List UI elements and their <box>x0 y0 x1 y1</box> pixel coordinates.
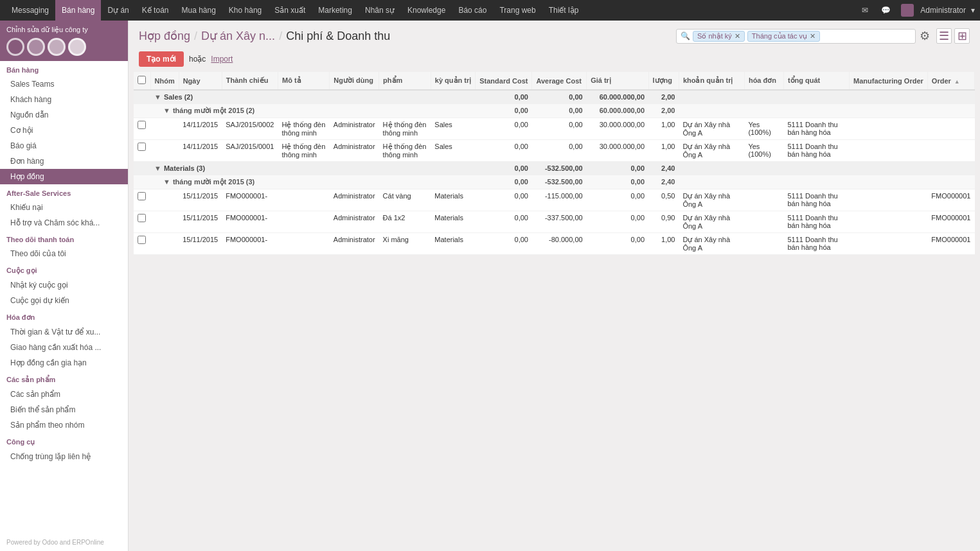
user-avatar <box>901 4 914 17</box>
sidebar-section-san-pham: Các sản phẩm <box>0 371 128 387</box>
top-nav-right: ✉ 💬 Administrator ▾ <box>858 4 975 17</box>
sidebar-item-theo-doi-toi[interactable]: Theo dõi của tôi <box>0 246 128 261</box>
nav-messaging[interactable]: Messaging <box>5 0 55 21</box>
row-checkbox[interactable] <box>138 121 146 129</box>
or-label: hoặc <box>189 55 206 64</box>
view-kanban-icon[interactable]: ⊞ <box>954 28 970 44</box>
col-pham[interactable]: phẩm <box>379 72 431 90</box>
search-options-icon[interactable]: ⚙ <box>920 29 930 43</box>
col-mo-ta[interactable]: Mô tả <box>278 72 329 90</box>
sidebar-item-ho-tro[interactable]: Hỗ trợ và Chăm sóc khá... <box>0 215 128 231</box>
group-row[interactable]: ▼Sales (2) 0,00 0,00 60.000.000,00 2,00 <box>134 90 975 104</box>
user-dropdown-icon[interactable]: ▾ <box>971 6 975 15</box>
subgroup-row[interactable]: ▼tháng mười một 2015 (2) 0,00 0,00 60.00… <box>134 104 975 118</box>
col-gia-tri[interactable]: Giá trị <box>587 72 648 90</box>
search-tag-close-1[interactable]: ✕ <box>735 32 740 40</box>
sidebar-item-thoi-gian[interactable]: Thời gian & Vật tư để xu... <box>0 324 128 340</box>
col-order[interactable]: Order ▲ <box>927 72 974 90</box>
sidebar-item-nguon-dan[interactable]: Nguồn dẫn <box>0 107 128 123</box>
col-khoan-quan-tri[interactable]: khoản quản trị <box>679 72 744 90</box>
col-ngay[interactable]: Ngày <box>179 72 222 90</box>
sidebar-section-cong-cu: Công cụ <box>0 433 128 449</box>
view-list-icon[interactable]: ☰ <box>936 28 952 44</box>
table-row[interactable]: 14/11/2015 SAJ/2015/0002 Hệ thống đèn th… <box>134 118 975 140</box>
table-row[interactable]: 15/11/2015 FMO000001- Administrator Xi m… <box>134 233 975 255</box>
col-luong[interactable]: lượng <box>648 72 679 90</box>
nav-trang-web[interactable]: Trang web <box>493 0 542 21</box>
col-tong-quat[interactable]: tổng quát <box>783 72 849 90</box>
sidebar-section-theo-doi: Theo dõi thanh toán <box>0 231 128 246</box>
col-average-cost[interactable]: Average Cost <box>532 72 587 90</box>
col-nguoi-dung[interactable]: Người dùng <box>330 72 379 90</box>
table-row[interactable]: 14/11/2015 SAJ/2015/0001 Hệ thống đèn th… <box>134 140 975 162</box>
search-input[interactable] <box>823 32 911 40</box>
select-all-checkbox[interactable] <box>134 72 150 90</box>
search-bar[interactable]: 🔍 Số nhật ký ✕ Tháng của tác vụ ✕ <box>676 29 916 44</box>
sidebar-item-cac-san-pham[interactable]: Các sản phẩm <box>0 387 128 402</box>
sidebar-item-giao-hang[interactable]: Giao hàng cần xuất hóa ... <box>0 340 128 355</box>
sidebar-item-co-hoi[interactable]: Cơ hội <box>0 123 128 138</box>
nav-ke-toan[interactable]: Kế toán <box>136 0 175 21</box>
nav-mua-hang[interactable]: Mua hàng <box>175 0 222 21</box>
table-container: Nhóm Ngày Thành chiếu Mô tả Người dùng p… <box>129 72 980 551</box>
sidebar-section-cuoc-goi: Cuộc gọi <box>0 261 128 277</box>
row-checkbox[interactable] <box>138 236 146 244</box>
table-row[interactable]: 15/11/2015 FMO000001- Administrator Đá 1… <box>134 211 975 233</box>
data-table: Nhóm Ngày Thành chiếu Mô tả Người dùng p… <box>134 72 975 255</box>
nav-kho-hang[interactable]: Kho hàng <box>222 0 268 21</box>
sidebar-item-sales-teams[interactable]: Sales Teams <box>0 76 128 92</box>
chat-icon[interactable]: 💬 <box>877 6 895 15</box>
nav-knowledge[interactable]: Knowledge <box>401 0 452 21</box>
breadcrumb-current: Chi phí & Doanh thu <box>286 30 390 43</box>
sidebar-logo <box>6 38 121 56</box>
email-icon[interactable]: ✉ <box>858 6 872 15</box>
group-chevron[interactable]: ▼ <box>154 164 161 172</box>
nav-ban-hang[interactable]: Bán hàng <box>55 0 101 21</box>
table-header-row: Nhóm Ngày Thành chiếu Mô tả Người dùng p… <box>134 72 975 90</box>
sidebar-company[interactable]: Chỉnh sửa dữ liệu công ty <box>0 21 128 61</box>
sidebar-item-hop-dong[interactable]: Hợp đồng <box>0 169 128 184</box>
group-chevron[interactable]: ▼ <box>154 93 161 101</box>
nav-bao-cao[interactable]: Báo cáo <box>452 0 493 21</box>
col-manufacturing-order[interactable]: Manufacturing Order <box>850 72 928 90</box>
col-standard-cost[interactable]: Standard Cost <box>476 72 532 90</box>
row-checkbox[interactable] <box>138 192 146 200</box>
user-name[interactable]: Administrator <box>920 6 966 15</box>
breadcrumb-du-an[interactable]: Dự án Xây n... <box>201 29 275 43</box>
nav-du-an[interactable]: Dự án <box>101 0 135 21</box>
search-icon: 🔍 <box>681 31 690 40</box>
sidebar-item-cuoc-goi-du-kien[interactable]: Cuộc gọi dự kiến <box>0 293 128 308</box>
main-content: Hợp đồng / Dự án Xây n... / Chi phí & Do… <box>129 21 980 551</box>
group-row[interactable]: ▼Materials (3) 0,00 -532.500,00 0,00 2,4… <box>134 162 975 175</box>
view-icons: ☰ ⊞ <box>936 28 970 44</box>
subgroup-chevron[interactable]: ▼ <box>163 107 170 114</box>
nav-san-xuat[interactable]: Sản xuất <box>268 0 312 21</box>
sidebar-item-nhat-ky-cuoc-goi[interactable]: Nhật ký cuộc gọi <box>0 277 128 293</box>
sidebar-item-bien-the[interactable]: Biến thể sản phẩm <box>0 402 128 417</box>
sidebar-item-hop-dong-gia-han[interactable]: Hợp đồng cần gia hạn <box>0 355 128 371</box>
subgroup-row[interactable]: ▼tháng mười một 2015 (3) 0,00 -532.500,0… <box>134 175 975 189</box>
col-nhom[interactable]: Nhóm <box>150 72 179 90</box>
sidebar-item-don-hang[interactable]: Đơn hàng <box>0 153 128 169</box>
sidebar-item-chong-trung[interactable]: Chống trùng lặp liên hệ <box>0 449 128 464</box>
sidebar-item-khieu-nai[interactable]: Khiếu nại <box>0 200 128 215</box>
import-button[interactable]: Import <box>211 55 233 64</box>
subgroup-chevron[interactable]: ▼ <box>163 178 170 186</box>
breadcrumb-hop-dong[interactable]: Hợp đồng <box>139 29 190 43</box>
col-thanh-chieu[interactable]: Thành chiếu <box>222 72 278 90</box>
nav-nhan-su[interactable]: Nhân sự <box>359 0 401 21</box>
nav-thiet-lap[interactable]: Thiết lập <box>542 0 585 21</box>
search-tag-close-2[interactable]: ✕ <box>810 32 815 40</box>
row-checkbox[interactable] <box>138 143 146 151</box>
search-tag-thang-tac-vu: Tháng của tác vụ ✕ <box>747 31 820 42</box>
row-checkbox[interactable] <box>138 214 146 222</box>
sidebar-item-san-pham-theo-nhom[interactable]: Sản phẩm theo nhóm <box>0 417 128 433</box>
col-hoa-don[interactable]: hóa đơn <box>744 72 783 90</box>
nav-marketing[interactable]: Marketing <box>312 0 359 21</box>
col-ky-quan-tri[interactable]: kỳ quản trị <box>431 72 475 90</box>
table-row[interactable]: 15/11/2015 FMO000001- Administrator Cát … <box>134 189 975 211</box>
search-tag-so-nhat-ky: Số nhật ký ✕ <box>693 31 745 42</box>
sidebar-item-khach-hang[interactable]: Khách hàng <box>0 92 128 107</box>
sidebar-item-bao-gia[interactable]: Báo giá <box>0 138 128 153</box>
create-button[interactable]: Tạo mới <box>139 51 184 67</box>
